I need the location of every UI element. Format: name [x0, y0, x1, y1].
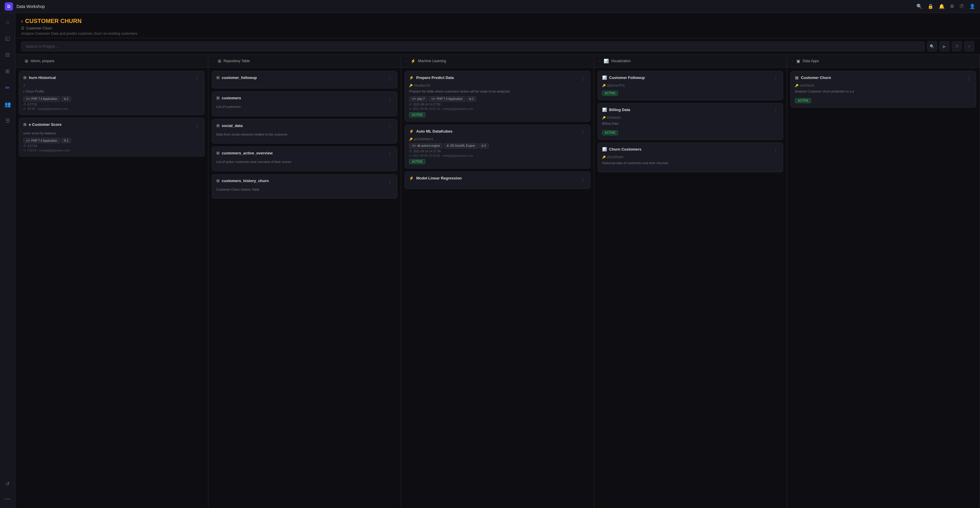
card-description: List of customers	[216, 104, 393, 109]
card-header: ⚡ Auto ML DataKubes ⋮	[409, 129, 586, 136]
history-button[interactable]: ⏱	[952, 41, 962, 51]
bell-icon[interactable]: 🔔	[939, 3, 945, 9]
sidebar-item-layers[interactable]: ⊟	[2, 50, 13, 60]
card-menu-btn[interactable]: ⋮	[387, 75, 393, 82]
back-chevron[interactable]: ‹	[21, 19, 23, 24]
viz-icon: 📊	[602, 147, 607, 152]
col-label-apps: Data Apps	[803, 59, 819, 63]
card-description: Data from social networks related to the…	[216, 132, 393, 137]
card-title: ⊞ social_data	[216, 123, 243, 128]
card-header: ⊞ customers_history_churn ⋮	[216, 179, 393, 185]
sidebar-item-home[interactable]: ⌂	[2, 16, 13, 27]
card-timestamp: ⏱ 2021-09-24 14:27:58	[409, 150, 586, 153]
card-key-id: 🔑 gDGEMWBvr6	[409, 137, 586, 141]
add-button[interactable]: +	[964, 41, 974, 51]
card-tags: </> PHP 7.4 Application ⧉ 2	[23, 96, 200, 102]
user-avatar[interactable]: 👤	[969, 3, 975, 9]
card-description: List of active customers and overview of…	[216, 160, 393, 165]
settings-icon[interactable]: ⚙	[950, 3, 954, 9]
sidebar-item-docs[interactable]: ☰	[2, 115, 13, 126]
sidebar-item-brush[interactable]: ✏	[2, 83, 13, 93]
card-sub: J	[23, 84, 200, 87]
project-title-text: CUSTOMER CHURN	[25, 18, 81, 24]
project-description: Analyze Customer Data and predict custom…	[21, 32, 974, 36]
tag-dk2: ⚙ DK AutoML Engine	[444, 143, 478, 149]
card-header: ⊞ customer_followup ⋮	[216, 75, 393, 82]
search-icon[interactable]: 🔍	[916, 3, 922, 9]
card-menu-btn[interactable]: ⋮	[580, 75, 586, 82]
card-menu-btn[interactable]: ⋮	[387, 96, 393, 102]
sidebar-item-data[interactable]: ⊞	[2, 66, 13, 77]
run-button[interactable]: ▶	[939, 41, 950, 51]
status-badge: ACTIVE	[409, 112, 425, 117]
sidebar-item-users[interactable]: 👥	[2, 99, 13, 110]
card-automl: ⚡ Auto ML DataKubes ⋮ 🔑 gDGEMWBvr6 </>	[405, 125, 590, 169]
col-label-repository: Repository Table	[224, 59, 250, 63]
card-menu-btn[interactable]: ⋮	[966, 75, 972, 82]
app-icon: ▣	[795, 75, 799, 80]
col-header-ml: › ⚡ Machine Learning	[401, 54, 594, 67]
col-header-repository: › ⊞ Repository Table	[208, 54, 401, 67]
activity-icon[interactable]: ⏱	[959, 4, 964, 9]
table-icon: ⊞	[216, 123, 220, 128]
card-title: ⊞ e Customer Score	[23, 122, 62, 127]
card-churn-historical: ⊞ hurn Historical ⋮ J r Churn Profile </…	[19, 71, 205, 115]
tag-count: ⧉ 5	[479, 143, 489, 149]
card-menu-btn[interactable]: ⋮	[194, 122, 200, 129]
topbar: D Data Workshop 🔍 🔒 🔔 ⚙ ⏱ 👤	[0, 0, 980, 13]
progress-percent: 0.0%	[2, 494, 13, 505]
card-title-text: e Customer Score	[29, 122, 62, 127]
card-user: ✏ :09:36 - mvega@grupoenx.com	[23, 107, 200, 110]
table-icon: ⊞	[23, 122, 27, 127]
card-customer-followup: ⊞ customer_followup ⋮	[212, 71, 398, 88]
card-header: ⊞ social_data ⋮	[216, 123, 393, 130]
card-title: 📊 Customer Followup	[602, 75, 645, 80]
viz-icon: 📊	[602, 75, 607, 80]
meta-label[interactable]: Customer Churn	[26, 26, 52, 30]
card-key-id: 🔑 QNzUneTFVL	[602, 84, 779, 87]
card-menu-btn[interactable]: ⋮	[773, 107, 779, 114]
card-header: 📊 Billing Data ⋮	[602, 107, 779, 114]
search-button[interactable]: 🔍	[927, 41, 937, 51]
table-icon: ⊞	[216, 75, 220, 80]
column-transform: ⊞ hurn Historical ⋮ J r Churn Profile </…	[15, 67, 208, 508]
card-prepare-predict: ⚡ Prepare Predict Data ⋮ 🔑 XIeo9IaUVN Pr…	[405, 71, 590, 122]
search-input[interactable]	[21, 42, 925, 51]
card-header: ⚡ Prepare Predict Data ⋮	[409, 75, 586, 82]
project-meta: ☰ Customer Churn	[21, 26, 974, 30]
pipeline-header: › ⊞ lsform, prepare › ⊞ Repository Table…	[15, 54, 980, 67]
tag-php: </> PHP 7.4 Application	[23, 96, 60, 102]
card-key-id: 🔑 XIeo9IaUVN	[409, 84, 586, 87]
card-user-edit: ✏ 2021-08-06 18:52:15 - mvega@grupoenx.c…	[409, 107, 586, 110]
meta-icon: ☰	[21, 26, 24, 30]
card-title: ⚡ Auto ML DataKubes	[409, 129, 452, 134]
card-title-text: Model Linear Regression	[416, 176, 462, 181]
card-menu-btn[interactable]: ⋮	[773, 147, 779, 154]
tag-php: </> PHP 7.4 Application	[23, 138, 60, 143]
card-title-text: Auto ML DataKubes	[416, 129, 452, 134]
card-title: 📊 Billing Data	[602, 107, 630, 112]
card-header: 📊 Customer Followup ⋮	[602, 75, 779, 82]
card-menu-btn[interactable]: ⋮	[580, 176, 586, 183]
card-menu-btn[interactable]: ⋮	[387, 179, 393, 185]
card-header: ▣ Customer Churn ⋮	[795, 75, 972, 82]
lock-icon[interactable]: 🔒	[928, 3, 934, 9]
card-user-edit: ✏ 2021-09-08 10:42:04 - mvega@grupoenx.c…	[409, 154, 586, 157]
card-user: ✏ 7:39:15 - mvega@grupoenx.com	[23, 149, 200, 152]
card-description: Historical data of customers and their c…	[602, 161, 779, 166]
card-menu-btn[interactable]: ⋮	[580, 129, 586, 136]
card-title-text: Prepare Predict Data	[416, 75, 454, 80]
card-menu-btn[interactable]: ⋮	[194, 75, 200, 82]
app-title: Data Workshop	[16, 4, 45, 9]
card-model-linear: ⚡ Model Linear Regression ⋮	[405, 171, 590, 189]
card-timestamp: ⏱ 4:27:52	[23, 103, 200, 106]
card-billing-data: 📊 Billing Data ⋮ 🔑 I2VIdvkIEe Billing Da…	[598, 103, 783, 140]
tag-php7: </> php-7	[409, 96, 427, 102]
sidebar-item-refresh[interactable]: ↺	[2, 479, 13, 489]
card-title: ⊞ hurn Historical	[23, 75, 56, 80]
card-menu-btn[interactable]: ⋮	[387, 151, 393, 158]
card-menu-btn[interactable]: ⋮	[387, 123, 393, 130]
card-title-text: hurn Historical	[29, 75, 56, 80]
card-menu-btn[interactable]: ⋮	[773, 75, 779, 82]
sidebar-item-charts[interactable]: ◱	[2, 33, 13, 44]
